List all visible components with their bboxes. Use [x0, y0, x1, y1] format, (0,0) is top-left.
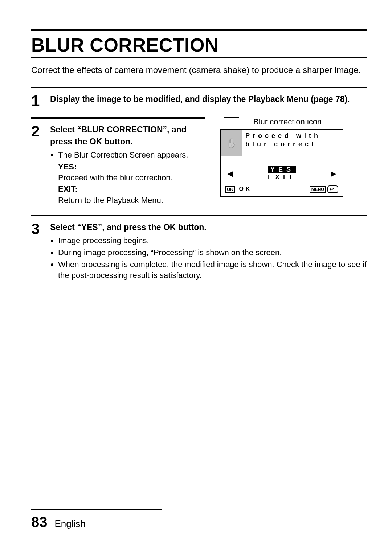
figure-caption: Blur correction icon: [253, 117, 322, 127]
prompt-line-1: Proceed with: [245, 132, 340, 140]
step-3-bullet-3: When processing is completed, the modifi…: [58, 259, 367, 282]
step-2-heading: Select “BLUR CORRECTION”, and press the …: [50, 124, 205, 147]
rule-top: [31, 29, 367, 31]
lcd-screen-illustration: ✋ Proceed with blur correct ◀ YES EXIT ▶: [220, 129, 343, 197]
menu-box-icon: MENU: [310, 186, 326, 193]
blur-correction-icon: ✋: [221, 130, 242, 156]
figure-column: Blur correction icon ✋ Proceed with blur…: [220, 117, 351, 197]
step-1-number: 1: [31, 93, 50, 109]
screen-options-row: ◀ YES EXIT ▶: [221, 156, 343, 184]
step-1: 1 Display the image to be modified, and …: [31, 87, 367, 109]
screen-prompt: Proceed with blur correct: [242, 130, 343, 148]
prompt-line-2: blur correct: [245, 140, 340, 148]
yes-text: Proceed with the blur correction.: [58, 172, 205, 184]
step-3-bullet-2: During image processing, “Processing” is…: [58, 247, 367, 258]
step-3: 3 Select “YES”, and press the OK button.…: [31, 215, 367, 282]
page-title: BLUR CORRECTION: [31, 34, 367, 56]
page-number: 83: [31, 514, 48, 530]
step-3-number: 3: [31, 221, 50, 237]
return-icon: ↩: [327, 185, 338, 193]
manual-page: BLUR CORRECTION Correct the effects of c…: [0, 0, 392, 552]
page-footer: 83 English: [31, 509, 162, 530]
step-2-number: 2: [31, 124, 50, 139]
screen-footer-row: OK OK MENU↩: [221, 184, 343, 196]
step-1-heading: Display the image to be modified, and di…: [50, 93, 367, 105]
page-language: English: [55, 518, 86, 529]
right-arrow-icon: ▶: [331, 169, 336, 178]
hand-icon: ✋: [226, 138, 237, 149]
option-exit: EXIT: [267, 173, 296, 181]
exit-text: Return to the Playback Menu.: [58, 195, 205, 206]
step-3-heading: Select “YES”, and press the OK button.: [50, 221, 367, 233]
rule-under-title: [31, 57, 367, 58]
step-2-row: 2 Select “BLUR CORRECTION”, and press th…: [31, 117, 367, 214]
left-arrow-icon: ◀: [227, 169, 233, 178]
ok-text: OK: [239, 186, 252, 192]
step-2: 2 Select “BLUR CORRECTION”, and press th…: [31, 117, 205, 206]
step-3-bullet-1: Image processing begins.: [58, 235, 367, 246]
step-2-bullet: The Blur Correction Screen appears.: [58, 150, 205, 161]
ok-box-icon: OK: [225, 186, 235, 193]
yes-label: YES:: [58, 162, 77, 171]
exit-label: EXIT:: [58, 184, 78, 193]
option-yes: YES: [268, 166, 296, 173]
intro-text: Correct the effects of camera movement (…: [31, 64, 367, 76]
leader-line: [224, 117, 239, 129]
